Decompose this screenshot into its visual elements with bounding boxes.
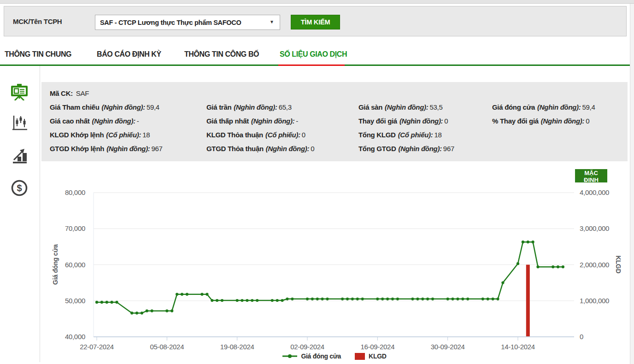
right-axis-tick-label: 3,000,000 bbox=[580, 224, 621, 233]
tab-bao-cao-dinh-ky[interactable]: BÁO CÁO ĐỊNH KỲ bbox=[97, 50, 161, 59]
x-axis-tick-label: 05-08-2024 bbox=[141, 342, 192, 352]
left-axis-tick-label: 80,000 bbox=[55, 188, 85, 197]
legend-item-close-price[interactable]: Giá đóng cửa bbox=[282, 352, 341, 360]
issuer-select-value: SAF - CTCP Lương thực Thực phẩm SAFOCO bbox=[100, 19, 241, 26]
info-spacer bbox=[492, 142, 628, 156]
chart-area: MẶC ĐỊNH Giá đóng cửa KLGD Giá đóng cửa … bbox=[41, 161, 628, 364]
info-field-gtgd-thoa-thuan: GTGD Thỏa thuận(Nghìn đồng):0 bbox=[206, 142, 358, 156]
info-field-tong-klgd: Tổng KLGD(Cổ phiếu):18 bbox=[358, 128, 492, 142]
issuer-select[interactable]: SAF - CTCP Lương thực Thực phẩm SAFOCO ▼ bbox=[95, 15, 280, 30]
legend-label-close-price: Giá đóng cửa bbox=[301, 352, 341, 360]
ticker-label: Mã CK: bbox=[50, 89, 73, 97]
info-field-gia-thap-nhat: Giá thấp nhất(Nghìn đồng):- bbox=[206, 114, 358, 128]
ticker-row: Mã CK: SAF bbox=[50, 87, 628, 100]
money-coin-icon[interactable]: $ bbox=[11, 180, 28, 198]
search-button[interactable]: TÌM KIẾM bbox=[291, 15, 340, 29]
info-field-klgd-khop-lenh: KLGD Khớp lệnh(Cổ phiếu):18 bbox=[50, 128, 206, 142]
info-grid: Giá Tham chiếu(Nghìn đồng):59,4 Giá trần… bbox=[50, 100, 628, 156]
info-field-gia-tran: Giá trần(Nghìn đồng):65,3 bbox=[206, 100, 358, 114]
tab-thong-tin-chung[interactable]: THÔNG TIN CHUNG bbox=[5, 50, 71, 59]
info-field-gtgd-khop-lenh: GTGD Khớp lệnh(Nghìn đồng):967 bbox=[50, 142, 206, 156]
right-axis-tick-label: 4,000,000 bbox=[580, 188, 621, 197]
search-panel: MCK/Tên TCPH SAF - CTCP Lương thực Thực … bbox=[4, 6, 627, 36]
legend-label-volume: KLGD bbox=[369, 352, 386, 360]
info-field-thay-doi-gia: Thay đổi giá(Nghìn đồng):0 bbox=[358, 114, 492, 128]
tab-so-lieu-giao-dich[interactable]: SỐ LIỆU GIAO DỊCH bbox=[280, 50, 347, 59]
x-axis-tick-label: 30-09-2024 bbox=[423, 342, 473, 352]
chart-legend: Giá đóng cửa KLGD bbox=[41, 352, 628, 360]
info-spacer bbox=[492, 128, 628, 142]
info-field-pct-thay-doi-gia: % Thay đổi giá(Nghìn đồng):0 bbox=[492, 114, 628, 128]
page: MCK/Tên TCPH SAF - CTCP Lương thực Thực … bbox=[0, 0, 634, 364]
tab-bar: THÔNG TIN CHUNG BÁO CÁO ĐỊNH KỲ THÔNG TI… bbox=[0, 37, 634, 65]
ticker-value: SAF bbox=[76, 89, 89, 97]
info-field-gia-tham-chieu: Giá Tham chiếu(Nghìn đồng):59,4 bbox=[50, 100, 206, 114]
candlestick-chart-icon[interactable] bbox=[12, 115, 28, 133]
info-field-gia-san: Giá sàn(Nghìn đồng):53,5 bbox=[358, 100, 492, 114]
info-field-gia-dong-cua: Giá đóng cửa(Nghìn đồng):59,4 bbox=[492, 100, 628, 114]
scrollbar[interactable] bbox=[630, 4, 634, 364]
x-axis-tick-label: 02-09-2024 bbox=[282, 342, 333, 352]
info-field-klgd-thoa-thuan: KLGD Thỏa thuận(Cổ phiếu):0 bbox=[206, 128, 358, 142]
issuer-select-label: MCK/Tên TCPH bbox=[13, 6, 62, 36]
active-tab-underline bbox=[278, 65, 345, 66]
x-axis-tick-label: 16-09-2024 bbox=[352, 342, 403, 352]
sidebar: $ bbox=[0, 66, 40, 362]
volume-swatch-icon bbox=[355, 353, 365, 360]
tab-underline bbox=[0, 65, 630, 66]
x-axis-tick-label: 22-07-2024 bbox=[71, 342, 122, 352]
bar-chart-trend-icon[interactable] bbox=[12, 147, 28, 166]
x-axis-tick-label: 14-10-2024 bbox=[493, 342, 543, 352]
left-axis-tick-label: 60,000 bbox=[55, 260, 85, 270]
price-volume-chart[interactable] bbox=[41, 161, 628, 364]
info-field-gia-cao-nhat: Giá cao nhất(Nghìn đồng):- bbox=[50, 114, 206, 128]
right-axis-tick-label: 2,000,000 bbox=[580, 260, 621, 270]
line-marker-icon bbox=[282, 353, 297, 359]
svg-text:$: $ bbox=[17, 183, 22, 193]
right-axis-tick-label: 1,000,000 bbox=[580, 296, 621, 305]
left-axis-tick-label: 70,000 bbox=[55, 224, 85, 233]
legend-item-volume[interactable]: KLGD bbox=[355, 352, 386, 360]
right-axis-tick-label: 0 bbox=[580, 332, 621, 341]
tab-thong-tin-cong-bo[interactable]: THÔNG TIN CÔNG BỐ bbox=[184, 50, 259, 59]
browser-top-strip bbox=[0, 0, 634, 4]
x-axis-tick-label: 19-08-2024 bbox=[212, 342, 263, 352]
left-axis-tick-label: 40,000 bbox=[55, 332, 85, 341]
chevron-down-icon: ▼ bbox=[270, 19, 274, 24]
info-field-tong-gtgd: Tổng GTGD(Nghìn đồng):967 bbox=[358, 142, 492, 156]
info-panel: Mã CK: SAF Giá Tham chiếu(Nghìn đồng):59… bbox=[41, 82, 628, 161]
presentation-chart-icon[interactable] bbox=[10, 84, 29, 102]
left-axis-tick-label: 50,000 bbox=[55, 296, 85, 305]
